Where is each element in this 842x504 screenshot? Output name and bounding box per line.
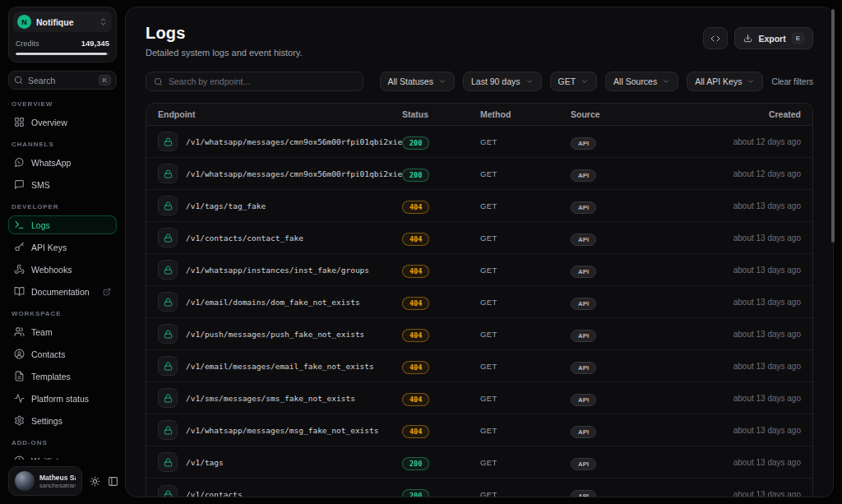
log-row[interactable]: /v1/sms/messages/sms_fake_not_exists404G… — [146, 382, 812, 414]
user-menu[interactable]: Matheus Sa... sanchesatran.. — [8, 466, 82, 496]
sidebar-item-webhooks[interactable]: Webhooks — [8, 260, 117, 279]
sidebar-item-documentation[interactable]: Documentation — [8, 282, 117, 301]
credits-label: Credits — [16, 39, 39, 48]
sidebar-nav: OVERVIEWOverviewCHANNELSWhatsAppSMSDEVEL… — [8, 91, 117, 460]
endpoint-path: /v1/tags/tag_fake — [186, 201, 266, 210]
org-avatar: N — [17, 15, 31, 29]
api-code-button[interactable] — [703, 27, 728, 49]
sidebar-item-sms[interactable]: SMS — [8, 175, 117, 194]
source-badge: API — [571, 137, 596, 150]
method-cell: GET — [480, 137, 571, 146]
user-handle: sanchesatran.. — [39, 482, 76, 489]
lock-icon — [164, 266, 173, 275]
endpoint-search-input[interactable] — [169, 76, 355, 86]
dropdown-value: All Statuses — [388, 76, 433, 86]
dropdown-value: Last 90 days — [471, 76, 520, 86]
sidebar-item-platform-status[interactable]: Platform status — [8, 389, 117, 408]
filter-dropdown-all-api-keys[interactable]: All API Keys — [687, 72, 763, 91]
sidebar-item-waitlist[interactable]: Waitlist — [8, 451, 117, 460]
sidebar-item-settings[interactable]: Settings — [8, 411, 117, 430]
lock-icon — [164, 201, 173, 210]
nav-section-title-channels: CHANNELS — [12, 141, 113, 148]
lock-badge — [158, 196, 178, 215]
source-badge: API — [571, 458, 596, 470]
lock-icon — [164, 458, 173, 467]
log-row[interactable]: /v1/tags200GETAPIabout 13 days ago — [146, 446, 812, 479]
log-row[interactable]: /v1/email/domains/dom_fake_not_exists404… — [146, 286, 812, 318]
log-row[interactable]: /v1/whatsapp/messages/cmn9ox56m00rfpi01q… — [146, 126, 812, 158]
endpoint-path: /v1/email/domains/dom_fake_not_exists — [186, 298, 360, 307]
sidebar-item-label: Webhooks — [31, 265, 72, 275]
user-avatar — [15, 471, 35, 491]
source-badge: API — [571, 426, 596, 438]
created-cell: about 13 days ago — [686, 490, 801, 497]
lock-icon — [164, 426, 173, 435]
collapse-sidebar-icon[interactable] — [108, 476, 118, 487]
clear-filters-link[interactable]: Clear filters — [771, 77, 813, 86]
gear-icon — [14, 415, 25, 426]
sidebar-search[interactable]: Search K — [8, 71, 117, 90]
endpoint-cell: /v1/contacts/contact_fake — [158, 228, 402, 247]
nav-section-title-overview: OVERVIEW — [12, 100, 113, 108]
export-label: Export — [758, 34, 785, 44]
export-button[interactable]: Export E — [734, 27, 813, 49]
sidebar-item-whatsapp[interactable]: WhatsApp — [8, 153, 117, 172]
endpoint-cell: /v1/whatsapp/messages/cmn9ox56m00rfpi01q… — [158, 164, 402, 183]
endpoint-path: /v1/contacts/contact_fake — [186, 234, 303, 243]
sidebar-item-label: Templates — [31, 372, 71, 381]
endpoint-path: /v1/whatsapp/messages/cmn9ox56m00rfpi01q… — [186, 137, 402, 146]
sidebar-item-contacts[interactable]: Contacts — [8, 344, 117, 363]
theme-toggle-sun-icon[interactable] — [90, 476, 100, 487]
dropdown-value: All API Keys — [695, 76, 742, 86]
scrollbar-thumb[interactable] — [831, 9, 835, 243]
nav-section-title-workspace: WORKSPACE — [12, 310, 113, 317]
search-icon — [14, 76, 23, 85]
log-row[interactable]: /v1/contacts/contact_fake404GETAPIabout … — [146, 222, 812, 254]
filter-dropdowns: All StatusesLast 90 daysGETAll SourcesAl… — [380, 72, 764, 91]
filter-dropdown-all-statuses[interactable]: All Statuses — [380, 72, 455, 91]
search-icon — [154, 77, 163, 86]
lock-icon — [164, 298, 173, 307]
log-row[interactable]: /v1/whatsapp/messages/cmn9ox56m00rfpi01q… — [146, 158, 812, 190]
column-header-method: Method — [480, 109, 571, 119]
sidebar-search-label: Search — [28, 76, 94, 86]
source-badge: API — [571, 490, 596, 497]
endpoint-cell: /v1/tags/tag_fake — [158, 196, 402, 215]
table-body: /v1/whatsapp/messages/cmn9ox56m00rfpi01q… — [146, 126, 812, 497]
endpoint-path: /v1/push/messages/push_fake_not_exists — [186, 330, 364, 339]
log-row[interactable]: /v1/email/messages/email_fake_not_exists… — [146, 350, 812, 382]
sidebar-item-logs[interactable]: Logs — [8, 215, 117, 234]
log-row[interactable]: /v1/push/messages/push_fake_not_exists40… — [146, 318, 812, 350]
sidebar-item-api-keys[interactable]: API Keys — [8, 238, 117, 257]
lock-badge — [158, 164, 178, 183]
sidebar-item-label: Overview — [31, 118, 67, 127]
search-kbd: K — [99, 75, 111, 86]
credits-progress — [16, 53, 109, 55]
created-cell: about 13 days ago — [686, 201, 801, 210]
filter-dropdown-last-90-days[interactable]: Last 90 days — [463, 72, 542, 91]
activity-icon — [14, 393, 25, 404]
status-badge: 404 — [402, 361, 429, 374]
log-row[interactable]: /v1/whatsapp/instances/inst_fake/groups4… — [146, 254, 812, 286]
terminal-icon — [14, 220, 25, 230]
source-badge: API — [571, 394, 596, 406]
credits-progress-fill — [16, 53, 107, 55]
method-cell: GET — [480, 490, 571, 497]
sidebar-item-label: Team — [31, 327, 53, 337]
key-icon — [14, 242, 25, 252]
log-row[interactable]: /v1/contacts200GETAPIabout 13 days ago — [146, 479, 812, 497]
endpoint-search — [146, 72, 363, 91]
org-switcher[interactable]: N Notifique — [13, 12, 112, 32]
created-cell: about 13 days ago — [686, 394, 801, 403]
sidebar-item-label: Waitlist — [31, 456, 58, 460]
sidebar-item-overview[interactable]: Overview — [8, 113, 117, 132]
log-row[interactable]: /v1/whatsapp/messages/msg_fake_not_exist… — [146, 414, 812, 446]
status-badge: 200 — [402, 489, 429, 497]
sidebar-item-team[interactable]: Team — [8, 322, 117, 341]
method-cell: GET — [480, 426, 571, 435]
filter-dropdown-get[interactable]: GET — [550, 72, 598, 91]
column-header-status: Status — [402, 109, 480, 119]
filter-dropdown-all-sources[interactable]: All Sources — [605, 72, 678, 91]
log-row[interactable]: /v1/tags/tag_fake404GETAPIabout 13 days … — [146, 190, 812, 222]
sidebar-item-templates[interactable]: Templates — [8, 367, 117, 386]
